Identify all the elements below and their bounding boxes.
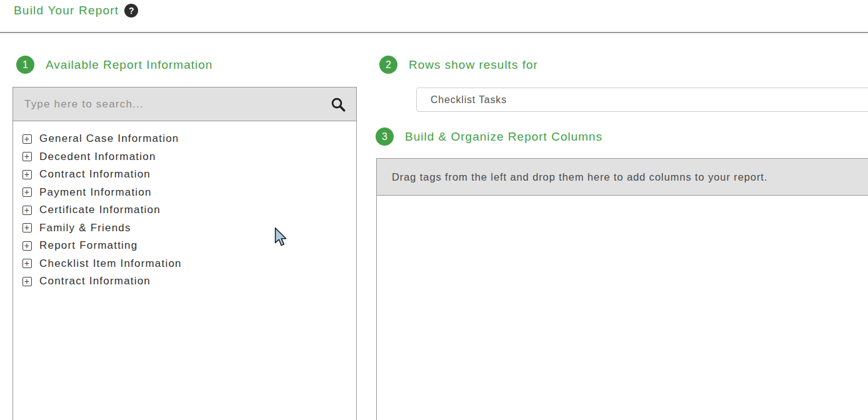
search-input[interactable]	[23, 98, 324, 111]
step-2-heading: 2 Rows show results for	[379, 56, 538, 74]
tree-item[interactable]: Report Formatting	[22, 237, 350, 255]
page-title: Build Your Report	[14, 4, 119, 18]
dropzone[interactable]: Drag tags from the left and drop them he…	[376, 158, 868, 196]
step-2-title: Rows show results for	[409, 58, 538, 72]
expand-plus-icon[interactable]	[22, 134, 32, 144]
tree-item[interactable]: Contract Information	[22, 166, 350, 184]
tree-item-label: Certificate Information	[39, 204, 161, 216]
expand-plus-icon[interactable]	[22, 188, 32, 197]
expand-plus-icon[interactable]	[22, 223, 32, 232]
tree-list: General Case InformationDecedent Informa…	[13, 121, 356, 291]
header-divider	[0, 32, 868, 33]
step-3-heading: 3 Build & Organize Report Columns	[376, 128, 602, 146]
tree-item[interactable]: Decedent Information	[22, 148, 350, 166]
expand-plus-icon[interactable]	[22, 277, 32, 286]
tree-item[interactable]: General Case Information	[22, 130, 350, 148]
dropzone-body[interactable]	[376, 196, 868, 420]
tree-item[interactable]: Checklist Item Information	[22, 255, 350, 273]
report-columns-area: Drag tags from the left and drop them he…	[376, 158, 868, 420]
tree-item[interactable]: Contract Information	[22, 272, 350, 291]
tree-item[interactable]: Family & Friends	[22, 219, 350, 238]
step-3-title: Build & Organize Report Columns	[405, 130, 602, 144]
step-3-badge: 3	[376, 128, 394, 146]
tree-item-label: Contract Information	[39, 168, 151, 181]
available-report-panel: General Case InformationDecedent Informa…	[12, 87, 357, 420]
tree-item-label: Contract Information	[39, 275, 151, 288]
expand-plus-icon[interactable]	[22, 170, 32, 179]
expand-plus-icon[interactable]	[22, 206, 32, 215]
step-2-badge: 2	[379, 56, 397, 74]
rows-select-value: Checklist Tasks	[431, 94, 507, 106]
search-icon[interactable]	[330, 96, 346, 112]
expand-plus-icon[interactable]	[22, 241, 32, 251]
expand-plus-icon[interactable]	[22, 259, 32, 268]
step-1-heading: 1 Available Report Information	[16, 56, 212, 74]
help-icon[interactable]: ?	[124, 4, 138, 18]
step-1-badge: 1	[16, 56, 34, 74]
step-1-title: Available Report Information	[46, 58, 212, 72]
tree-item-label: Decedent Information	[39, 151, 156, 163]
expand-plus-icon[interactable]	[22, 152, 32, 161]
tree-item[interactable]: Payment Information	[22, 184, 350, 202]
tree-item-label: Family & Friends	[39, 222, 131, 234]
tree-item-label: General Case Information	[39, 132, 179, 145]
dropzone-hint: Drag tags from the left and drop them he…	[392, 171, 767, 183]
tree-item[interactable]: Certificate Information	[22, 201, 350, 219]
tree-item-label: Report Formatting	[39, 239, 137, 252]
app-header: Build Your Report ?	[14, 4, 138, 18]
search-bar	[13, 88, 356, 121]
tree-item-label: Checklist Item Information	[39, 258, 182, 270]
rows-select[interactable]: Checklist Tasks	[416, 88, 868, 112]
tree-item-label: Payment Information	[39, 186, 152, 199]
